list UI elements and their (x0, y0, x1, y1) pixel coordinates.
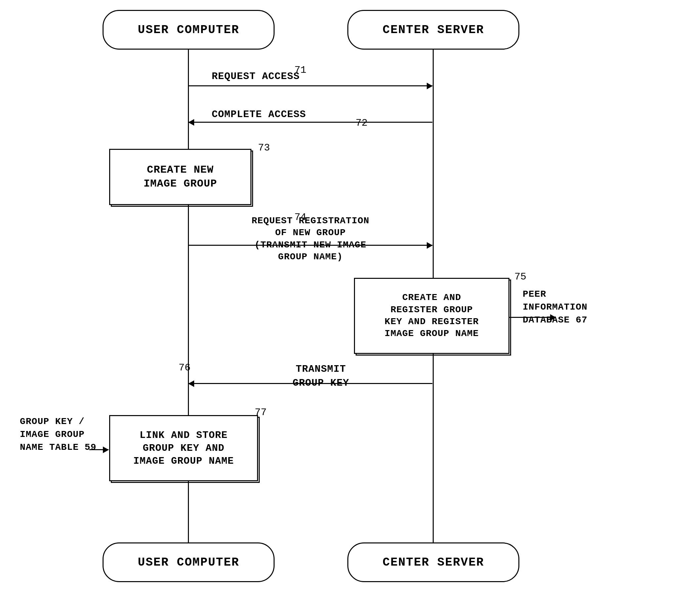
complete-access-label: COMPLETE ACCESS (212, 107, 306, 121)
transmit-group-key-label: TRANSMIT GROUP KEY (205, 362, 437, 390)
step-76: 76 (179, 362, 191, 373)
diagram-container: USER COMPUTER CENTER SERVER 71 REQUEST A… (0, 0, 700, 598)
peer-db-arrow (509, 317, 556, 318)
link-store-group-key-box: LINK AND STORE GROUP KEY AND IMAGE GROUP… (109, 415, 258, 481)
step-72: 72 (356, 118, 368, 129)
group-key-arrow (89, 449, 108, 450)
user-computer-bottom: USER COMPUTER (103, 543, 275, 582)
request-access-arrow (189, 85, 432, 86)
step-73: 73 (258, 142, 270, 153)
peer-info-db-label: PEER INFORMATION DATABASE 67 (523, 288, 588, 327)
request-registration-label: REQUEST REGISTRATION OF NEW GROUP (TRANS… (189, 215, 432, 263)
request-access-label: REQUEST ACCESS (212, 70, 300, 83)
create-new-image-group-box: CREATE NEW IMAGE GROUP (109, 149, 251, 205)
user-computer-top: USER COMPUTER (103, 10, 275, 50)
center-server-top: CENTER SERVER (347, 10, 519, 50)
step-75: 75 (515, 271, 526, 282)
complete-access-arrow (189, 122, 432, 123)
center-server-bottom: CENTER SERVER (347, 543, 519, 582)
group-key-table-label: GROUP KEY / IMAGE GROUP NAME TABLE 59 (20, 415, 96, 454)
create-register-group-key-box: CREATE AND REGISTER GROUP KEY AND REGIST… (354, 278, 509, 354)
